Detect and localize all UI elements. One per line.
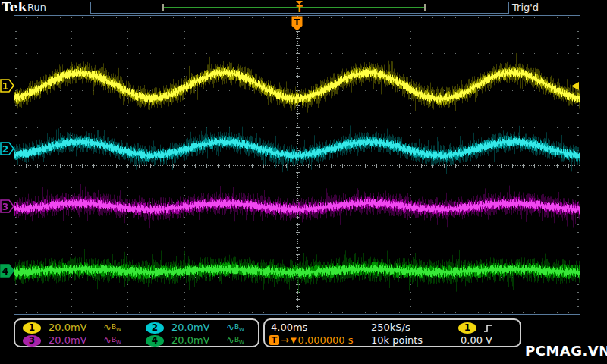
channel-4-scale: 20.0mV [171, 334, 210, 346]
horizontal-trigger-readout-box: 4.00ms 250kS/s 1 T→▼0.000000 s 10k point… [263, 318, 521, 347]
trigger-status: Trig'd [512, 2, 539, 13]
watermark: PCMAG.VN [525, 343, 607, 359]
record-length: 10k points [371, 334, 423, 346]
trigger-position-value: 0.000000 s [298, 334, 354, 346]
channel-3-badge: 3 [23, 335, 41, 347]
oscilloscope-screen: Tek Run Trig'd T T 1 2 3 4 1 20 [0, 0, 607, 364]
trigger-level-value: 0.00 V [461, 334, 492, 346]
trigger-position-icon: T [294, 0, 304, 14]
trigger-arrow-icon: → [281, 334, 289, 346]
channel-1-position-marker: 1 [0, 78, 15, 93]
channel-1-coupling-icon: ∿BW [103, 322, 121, 333]
tek-logo: Tek [2, 0, 27, 14]
channel-2-coupling-icon: ∿BW [226, 322, 244, 333]
time-per-division: 4.00ms [271, 322, 307, 333]
acquisition-status: Run [27, 2, 46, 13]
trigger-delay-icon: ▼ [291, 336, 297, 344]
channel-4-coupling-icon: ∿BW [226, 334, 244, 346]
channel-1-badge: 1 [23, 322, 41, 334]
channel-1-marker-label: 1 [2, 81, 8, 92]
channel-1-scale: 20.0mV [49, 322, 87, 333]
channel-2-scale: 20.0mV [171, 322, 210, 333]
channel-2-position-marker: 2 [0, 141, 15, 156]
channel-2-badge: 2 [146, 322, 164, 334]
trigger-position-readout: T→▼0.000000 s [269, 334, 354, 346]
record-window-bracket-right [424, 4, 426, 11]
channel-2-marker-label: 2 [2, 144, 8, 155]
trigger-point-flag-icon: T [291, 16, 304, 39]
channel-readout-box: 1 20.0mV ∿BW 2 20.0mV ∿BW 3 20.0mV ∿BW 4… [14, 318, 259, 347]
graticule-frame [14, 15, 580, 315]
channel-3-marker-label: 3 [2, 202, 8, 212]
trigger-slope-rising-icon [483, 322, 493, 334]
trigger-source-badge: 1 [458, 322, 476, 334]
record-window-bracket-left [162, 4, 164, 11]
trigger-t-icon: T [269, 335, 279, 345]
sample-rate: 250kS/s [371, 322, 410, 333]
trigger-position-letter: T [296, 4, 303, 14]
channel-4-position-marker: 4 [0, 263, 15, 278]
channel-4-badge: 4 [146, 335, 164, 347]
channel-3-position-marker: 3 [0, 199, 15, 214]
channel-3-coupling-icon: ∿BW [103, 334, 121, 346]
channel-4-marker-label: 4 [2, 266, 8, 277]
channel-3-scale: 20.0mV [49, 334, 87, 346]
trigger-flag-letter: T [294, 17, 300, 27]
waveform-display [14, 16, 580, 314]
trigger-level-arrow-icon [571, 81, 580, 91]
